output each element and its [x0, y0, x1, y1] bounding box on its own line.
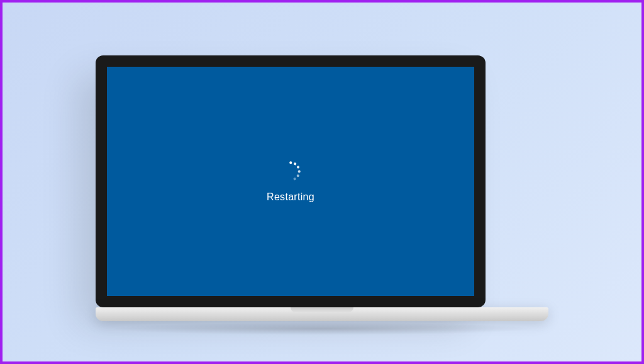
loading-spinner-icon [279, 160, 302, 183]
laptop-bezel: Restarting [96, 55, 486, 307]
laptop-device: Restarting [96, 55, 548, 321]
laptop-shadow [108, 322, 536, 335]
restart-status-text: Restarting [267, 191, 314, 203]
laptop-hinge-notch [291, 307, 353, 312]
laptop-keyboard-base [96, 307, 548, 321]
windows-restart-screen: Restarting [107, 67, 474, 296]
